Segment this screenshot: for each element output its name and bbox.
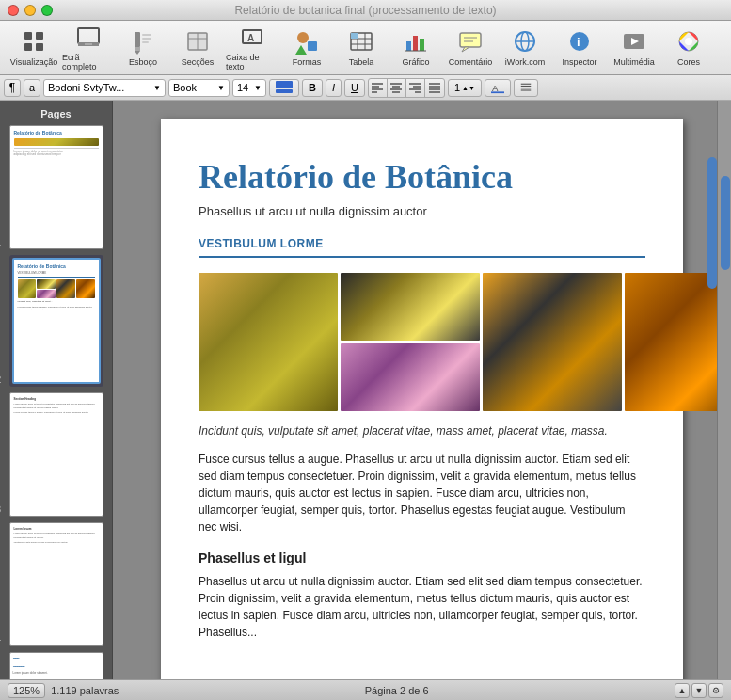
toolbar-item-seccoes[interactable]: Secções <box>171 24 224 72</box>
align-center-button[interactable] <box>388 79 406 97</box>
svg-rect-4 <box>78 28 99 43</box>
vertical-scrollbar[interactable] <box>717 101 731 679</box>
page-number: 2 <box>0 374 1 385</box>
window-title: Relatório de botanica final (processamen… <box>234 4 496 17</box>
svg-rect-1 <box>36 32 43 40</box>
image-bee <box>199 273 338 411</box>
toolbar-label: Tabela <box>349 57 374 67</box>
toolbar-label: Secções <box>182 57 215 67</box>
page-thumbnail: ━━━ ━━━━━━ Lorem ipsum dolor sit amet. <box>9 652 103 679</box>
toolbar-item-ecra[interactable]: Ecrã completo <box>62 24 115 72</box>
toolbar-item-comentario[interactable]: Comentário <box>444 24 497 72</box>
nav-down-button[interactable]: ▼ <box>691 683 707 698</box>
svg-point-18 <box>297 32 309 43</box>
status-right: ▲ ▼ ⚙ <box>675 683 723 698</box>
svg-rect-26 <box>351 33 358 39</box>
chevron-icon: ▲▼ <box>462 85 475 91</box>
page-thumb-3[interactable]: 3 Section Heading Lorem ipsum dolor sit … <box>9 392 103 517</box>
list-style-button[interactable]: a <box>24 79 40 97</box>
font-style-selector[interactable]: Book ▼ <box>168 79 230 97</box>
status-center: Página 2 de 6 <box>126 685 667 696</box>
page-thumb-5[interactable]: 5 ━━━ ━━━━━━ Lorem ipsum dolor sit amet. <box>9 652 103 679</box>
align-left-button[interactable] <box>369 79 388 97</box>
font-size-selector[interactable]: 14 ▼ <box>232 79 266 97</box>
sections-icon <box>184 28 211 55</box>
table-icon <box>348 28 374 55</box>
svg-rect-6 <box>85 43 92 45</box>
scroll-indicator <box>707 157 717 289</box>
page-number: 1 <box>0 237 1 247</box>
media-icon <box>621 28 647 55</box>
svg-rect-11 <box>142 38 151 40</box>
zoom-display[interactable]: 125% <box>8 683 45 698</box>
toolbar-item-grafico[interactable]: Gráfico <box>389 24 442 72</box>
italic-button[interactable]: I <box>326 79 342 97</box>
underline-button[interactable]: U <box>344 79 365 97</box>
toolbar-item-formas[interactable]: Formas <box>280 24 333 72</box>
document-subtitle: Phasellus ut arcu ut nulla dignissim auc… <box>199 204 645 218</box>
svg-text:A: A <box>247 33 254 43</box>
page-navigation: ▲ ▼ ⚙ <box>675 683 723 698</box>
chart-icon <box>403 28 429 55</box>
toolbar-item-iwork[interactable]: iWork.com <box>499 24 551 72</box>
page-document: Relatório de Botânica Phasellus ut arcu … <box>161 119 683 679</box>
toolbar-item-cores[interactable]: Cores <box>662 24 715 72</box>
nav-up-button[interactable]: ▲ <box>675 683 690 698</box>
iwork-icon <box>512 28 538 55</box>
title-bar: Relatório de botanica final (processamen… <box>0 0 731 21</box>
page-thumbnail: Relatório de Botânica Lorem ipsum dolor … <box>9 125 103 249</box>
align-right-button[interactable] <box>406 79 425 97</box>
font-color-button[interactable] <box>269 79 299 97</box>
svg-rect-45 <box>276 89 293 93</box>
toolbar-item-esboco[interactable]: Esboço <box>117 24 169 72</box>
close-button[interactable] <box>8 5 19 16</box>
toolbar-item-inspector[interactable]: i Inspector <box>553 24 606 72</box>
paragraph-icon: ¶ <box>9 81 15 94</box>
toolbar-item-caixa[interactable]: A Caixa de texto <box>226 24 278 72</box>
word-count: 1.119 palavras <box>51 685 119 696</box>
body-paragraph-2: Phasellus ut arcu ut nulla dignissim auc… <box>199 573 645 641</box>
pages-panel: Pages 1 Relatório de Botânica Lorem ipsu… <box>0 101 113 679</box>
svg-rect-7 <box>135 32 140 47</box>
page-info: Página 2 de 6 <box>365 685 429 696</box>
page-number: 3 <box>0 504 1 515</box>
toolbar-item-multimidia[interactable]: Multimédia <box>608 24 660 72</box>
list-format-button[interactable] <box>514 79 538 97</box>
toolbar-label: Esboço <box>129 57 157 67</box>
pages-panel-header: Pages <box>4 104 108 125</box>
svg-rect-12 <box>142 41 149 43</box>
chevron-down-icon: ▼ <box>254 84 262 92</box>
alignment-group <box>368 78 445 98</box>
bold-button[interactable]: B <box>302 79 323 97</box>
paragraph-style-button[interactable]: ¶ <box>4 79 21 97</box>
svg-marker-9 <box>135 51 140 55</box>
line-spacing-selector[interactable]: 1 ▲▼ <box>448 79 482 97</box>
nav-settings-button[interactable]: ⚙ <box>708 683 723 698</box>
subheading: Phasellus et ligul <box>199 550 645 565</box>
char-spacing-button[interactable]: A <box>485 79 511 97</box>
maximize-button[interactable] <box>41 5 53 16</box>
svg-rect-19 <box>308 41 317 51</box>
svg-rect-44 <box>276 81 293 88</box>
fullscreen-icon <box>75 24 102 50</box>
font-name-selector[interactable]: Bodoni SvtyTw... ▼ <box>43 79 166 97</box>
align-justify-button[interactable] <box>425 79 444 97</box>
toolbar-item-visualizacao[interactable]: Visualização <box>8 24 60 72</box>
scrollbar-thumb[interactable] <box>721 176 730 270</box>
minimize-button[interactable] <box>24 5 36 16</box>
body-paragraph-1: Fusce cursus tellus a augue. Phasellus u… <box>199 451 645 535</box>
page-thumb-4[interactable]: 4 Lorem Ipsum Lorem ipsum dolor sit amet… <box>9 522 103 646</box>
page-thumb-1[interactable]: 1 Relatório de Botânica Lorem ipsum dolo… <box>9 125 103 249</box>
document-wrapper: Relatório de Botânica Phasellus ut arcu … <box>113 101 731 679</box>
document-area[interactable]: Relatório de Botânica Phasellus ut arcu … <box>113 101 731 679</box>
toolbar-label: Visualização <box>10 57 57 67</box>
toolbar-label: Gráfico <box>402 57 429 67</box>
toolbar-item-tabela[interactable]: Tabela <box>335 24 388 72</box>
page-thumbnail: Section Heading Lorem ipsum dolor sit am… <box>9 392 103 517</box>
svg-rect-2 <box>24 43 32 51</box>
svg-rect-31 <box>460 33 481 47</box>
image-striped-bee <box>483 273 622 411</box>
section-heading: VESTIBULUM LORME <box>199 237 645 250</box>
italic-label: I <box>332 82 335 93</box>
page-thumb-2[interactable]: 2 Relatório de Botânica VESTIBULUM LORME <box>9 255 103 387</box>
